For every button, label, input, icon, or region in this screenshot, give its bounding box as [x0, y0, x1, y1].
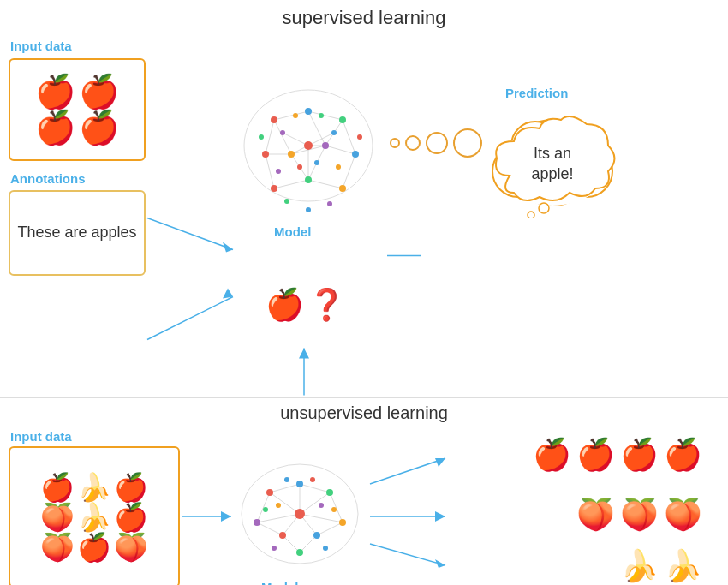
prediction-label: Prediction — [505, 86, 568, 100]
svg-point-95 — [295, 509, 305, 519]
annotations-label: Annotations — [10, 171, 86, 186]
svg-line-78 — [317, 522, 343, 535]
svg-text:apple!: apple! — [531, 165, 573, 182]
svg-text:Its an: Its an — [534, 145, 571, 162]
apples-image: 🍎 🍎 🍎 🍎 — [28, 69, 126, 151]
svg-line-84 — [300, 492, 330, 514]
svg-point-87 — [296, 481, 303, 487]
svg-point-102 — [272, 546, 277, 551]
unsup-title: unsupervised learning — [0, 398, 728, 423]
transition-dots — [390, 128, 482, 158]
fruit-7: 🍑 — [40, 534, 75, 561]
output-bananas-cluster: 🍌 🍌 — [620, 548, 702, 584]
question-mark: ❓ — [307, 287, 346, 323]
output-apples-cluster: 🍎 🍎 🍎 🍎 — [533, 437, 702, 473]
svg-marker-70 — [435, 559, 445, 568]
annotations-box: These are apples — [9, 190, 146, 276]
unsupervised-section: unsupervised learning Input data 🍎 🍌 🍎 🍑… — [0, 398, 728, 585]
svg-point-89 — [326, 489, 333, 496]
fruit-1: 🍎 — [40, 474, 75, 501]
supervised-section: Input data 🍎 🍎 🍎 🍎 Annotations These are… — [0, 29, 728, 397]
mixed-fruits-grid: 🍎 🍌 🍎 🍑 🍌 🍎 🍑 🍎 🍑 — [35, 469, 153, 566]
svg-line-19 — [266, 154, 274, 188]
svg-point-34 — [262, 151, 269, 158]
svg-line-79 — [330, 492, 343, 522]
svg-marker-1 — [223, 242, 233, 253]
svg-point-50 — [306, 207, 311, 212]
svg-point-33 — [322, 142, 329, 149]
svg-line-0 — [147, 218, 233, 250]
dot-3 — [426, 132, 448, 154]
svg-line-10 — [274, 120, 291, 154]
svg-point-47 — [336, 164, 341, 170]
apple-4: 🍎 — [79, 111, 119, 144]
svg-point-45 — [314, 160, 319, 165]
svg-point-30 — [305, 108, 312, 115]
dot-1 — [390, 138, 400, 148]
prediction-cloud: Its an apple! — [475, 107, 630, 218]
svg-point-49 — [357, 134, 362, 140]
svg-point-92 — [279, 532, 286, 539]
unsupervised-model-label: Model — [261, 580, 298, 585]
svg-point-44 — [297, 164, 302, 170]
svg-point-60 — [528, 212, 534, 218]
page-title: supervised learning — [0, 0, 728, 29]
out-apple-4: 🍎 — [664, 437, 702, 473]
svg-point-101 — [331, 507, 337, 512]
svg-line-20 — [274, 180, 308, 188]
fruit-6: 🍎 — [114, 504, 148, 531]
svg-line-73 — [300, 484, 330, 492]
svg-line-85 — [257, 514, 300, 522]
svg-line-83 — [270, 492, 300, 514]
svg-point-29 — [271, 116, 277, 123]
svg-point-52 — [327, 201, 332, 206]
svg-line-17 — [343, 120, 355, 154]
svg-point-88 — [266, 489, 273, 496]
svg-point-100 — [263, 507, 268, 512]
svg-line-22 — [343, 154, 355, 188]
svg-point-103 — [323, 546, 328, 551]
svg-point-39 — [304, 141, 313, 150]
svg-line-9 — [308, 111, 343, 120]
svg-point-90 — [254, 519, 260, 526]
unsupervised-input-box: 🍎 🍌 🍎 🍑 🍌 🍎 🍑 🍎 🍑 — [9, 446, 180, 585]
unsupervised-input-label: Input data — [10, 429, 72, 444]
svg-point-40 — [280, 130, 285, 135]
svg-point-96 — [276, 503, 281, 508]
svg-point-31 — [339, 116, 346, 123]
svg-marker-6 — [299, 349, 309, 359]
supervised-model-label: Model — [274, 224, 311, 239]
output-peaches-cluster: 🍑 🍑 🍑 — [576, 497, 702, 533]
svg-point-59 — [539, 203, 549, 213]
svg-point-35 — [352, 151, 359, 158]
out-apple-1: 🍎 — [533, 437, 571, 473]
svg-point-99 — [310, 477, 315, 482]
out-apple-3: 🍎 — [620, 437, 659, 473]
fruit-3: 🍎 — [114, 474, 148, 501]
svg-line-75 — [257, 522, 283, 535]
svg-point-37 — [305, 176, 312, 183]
svg-line-21 — [308, 180, 343, 188]
svg-line-25 — [308, 133, 334, 146]
out-peach-1: 🍑 — [576, 497, 615, 533]
svg-line-65 — [370, 458, 445, 484]
svg-point-32 — [288, 151, 295, 158]
svg-line-76 — [283, 535, 300, 552]
svg-marker-64 — [221, 511, 231, 522]
apple-1: 🍎 — [35, 75, 75, 108]
fruit-4: 🍑 — [40, 504, 75, 531]
svg-marker-3 — [223, 289, 233, 299]
query-apple: 🍎 ❓ — [266, 287, 346, 323]
svg-point-42 — [293, 113, 298, 118]
svg-point-97 — [319, 503, 324, 508]
svg-point-93 — [313, 532, 320, 539]
apple-2: 🍎 — [79, 75, 119, 108]
svg-point-98 — [284, 477, 289, 482]
svg-line-74 — [257, 492, 270, 522]
svg-point-51 — [284, 199, 289, 204]
out-apple-2: 🍎 — [576, 437, 615, 473]
annotations-text: These are apples — [17, 223, 136, 242]
svg-point-36 — [271, 185, 277, 192]
svg-point-48 — [259, 134, 264, 140]
query-apple-emoji: 🍎 — [266, 287, 304, 323]
